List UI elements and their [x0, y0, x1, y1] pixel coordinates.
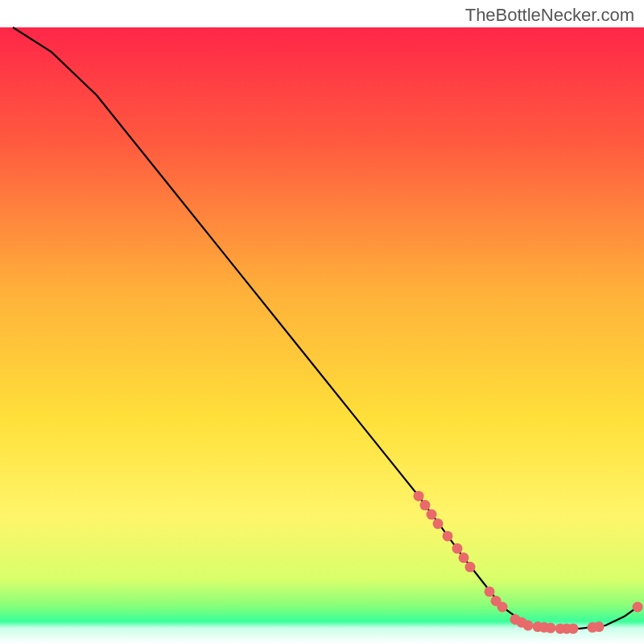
data-dot [452, 543, 463, 554]
data-dot [420, 500, 431, 510]
data-dot [497, 602, 508, 613]
data-dot [633, 602, 643, 613]
data-dot [443, 530, 453, 541]
data-dot [523, 621, 534, 631]
data-dot [414, 491, 424, 502]
data-dot [427, 510, 437, 520]
data-dot [546, 623, 556, 634]
chart-container: TheBottleNecker.com [0, 0, 644, 644]
data-dot [459, 552, 469, 563]
data-dot [485, 586, 495, 597]
data-dot [465, 562, 476, 572]
data-dot [433, 518, 444, 529]
data-dot [594, 621, 605, 632]
chart-svg [0, 0, 644, 644]
data-dot [568, 623, 579, 634]
watermark-text: TheBottleNecker.com [465, 5, 634, 26]
